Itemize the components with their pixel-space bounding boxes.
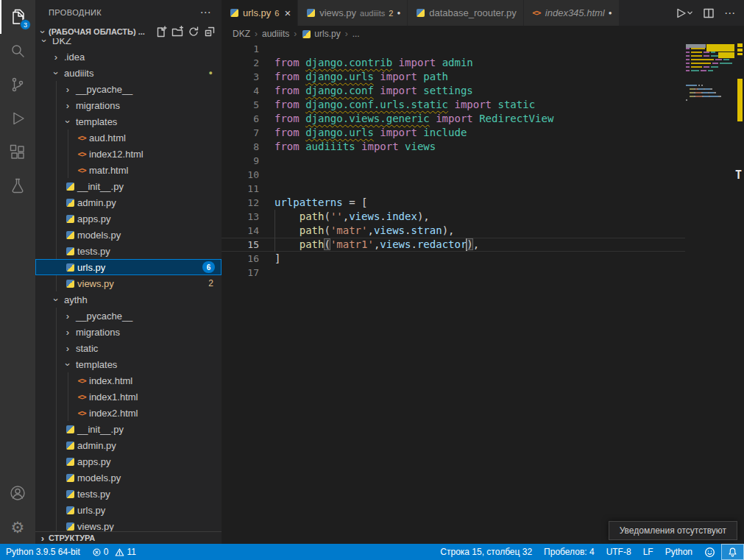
more-actions-button[interactable]: ⋯ — [724, 7, 735, 20]
activity-extensions-button[interactable] — [0, 135, 35, 169]
overview-ruler[interactable] — [735, 42, 744, 544]
tree-file-index.html[interactable]: <>index.html — [35, 372, 222, 389]
code-line-4[interactable]: 4from django.conf import settings — [222, 84, 685, 98]
tree-file-matr.html[interactable]: <>matr.html — [35, 162, 222, 178]
editor[interactable]: 12from django.contrib import admin3from … — [222, 42, 744, 544]
activity-run-debug-button[interactable] — [0, 102, 35, 135]
new-file-icon[interactable] — [155, 26, 167, 38]
tree-folder-static[interactable]: ›static — [35, 340, 222, 356]
code-line-3[interactable]: 3from django.urls import path — [222, 70, 685, 84]
eol-status-item[interactable]: LF — [637, 544, 659, 560]
tree-folder-templates[interactable]: ›templates — [35, 356, 222, 372]
activity-source-control-button[interactable] — [0, 68, 35, 102]
tree-file-views.py[interactable]: views.py2 — [35, 275, 222, 291]
indentation-status-item[interactable]: Пробелов: 4 — [538, 544, 600, 560]
tree-file-tests.py[interactable]: tests.py — [35, 486, 222, 502]
encoding-status-item[interactable]: UTF-8 — [600, 544, 637, 560]
code-line-2[interactable]: 2from django.contrib import admin — [222, 56, 685, 70]
activity-search-button[interactable] — [0, 34, 35, 68]
code-line-14[interactable]: 14 path('matr',views.stran), — [222, 224, 685, 238]
tree-folder-__pycache__[interactable]: ›__pycache__ — [35, 308, 222, 324]
tree-file-apps.py[interactable]: apps.py — [35, 210, 222, 227]
cursor-position-status-item[interactable]: Строка 15, столбец 32 — [434, 544, 538, 560]
breadcrumb-separator-icon: › — [255, 29, 258, 39]
tree-file-aud.html[interactable]: <>aud.html — [35, 130, 222, 146]
activity-testing-button[interactable] — [0, 169, 35, 203]
code-line-8[interactable]: 8from audiiits import views — [222, 140, 685, 154]
explorer-more-actions-icon[interactable]: ⋯ — [200, 6, 211, 19]
dirty-indicator-icon[interactable]: ● — [397, 10, 400, 16]
tree-folder-templates[interactable]: ›templates — [35, 113, 222, 130]
breadcrumb-item-audiiits[interactable]: audiiits — [262, 29, 289, 39]
tree-file-__init__.py[interactable]: __init__.py — [35, 178, 222, 194]
tree-folder-aythh[interactable]: ›aythh — [35, 291, 222, 308]
tree-file-tests.py[interactable]: tests.py — [35, 243, 222, 259]
html-file-icon: <> — [77, 149, 87, 159]
code-line-1[interactable]: 1 — [222, 42, 685, 56]
tree-folder-DKZ[interactable]: ›DKZ — [35, 38, 222, 49]
tree-file-index2.html[interactable]: <>index2.html — [35, 405, 222, 421]
run-python-file-button[interactable] — [675, 7, 693, 19]
status-label: Python — [665, 547, 692, 557]
tab-database_roouter.py[interactable]: database_roouter.py — [408, 0, 523, 26]
problems-status-item[interactable]: 011 — [86, 544, 142, 560]
workspace-section-header[interactable]: › (РАБОЧАЯ ОБЛАСТЬ) ... — [35, 25, 222, 38]
code-line-6[interactable]: 6from django.views.generic import Redire… — [222, 112, 685, 126]
minimap[interactable] — [686, 43, 734, 105]
status-bar-right: Строка 15, столбец 32Пробелов: 4UTF-8LFP… — [434, 544, 744, 560]
tab-views.py[interactable]: views.pyaudiiits2● — [298, 0, 407, 26]
code-line-13[interactable]: 13 path('',views.index), — [222, 210, 685, 224]
code-line-11[interactable]: 11 — [222, 182, 685, 196]
tab-index345.html[interactable]: <>index345.html● — [524, 0, 619, 26]
tree-folder-.idea[interactable]: ›.idea — [35, 49, 222, 65]
tree-folder-audiiits[interactable]: ›audiiits● — [35, 65, 222, 81]
tree-folder-migrations[interactable]: ›migrations — [35, 97, 222, 113]
tree-file-models.py[interactable]: models.py — [35, 227, 222, 243]
split-editor-button[interactable] — [703, 7, 715, 19]
tree-file-admin.py[interactable]: admin.py — [35, 194, 222, 210]
close-icon[interactable]: × — [284, 7, 291, 18]
outline-section-header[interactable]: › СТРУКТУРА — [35, 531, 222, 544]
code-line-17[interactable]: 17 — [222, 266, 685, 280]
breadcrumb-item-...[interactable]: ... — [352, 29, 360, 39]
tree-file-views.py[interactable]: views.py — [35, 518, 222, 531]
notification-toast[interactable]: Уведомления отсутствуют — [609, 521, 737, 540]
tree-file-urls.py[interactable]: urls.py6 — [35, 259, 222, 275]
code-line-7[interactable]: 7from django.urls import include — [222, 126, 685, 140]
breadcrumb-item-DKZ[interactable]: DKZ — [233, 29, 250, 39]
py-file-icon — [65, 458, 75, 466]
tree-file-index12.html[interactable]: <>index12.html — [35, 146, 222, 162]
code-area[interactable]: 12from django.contrib import admin3from … — [222, 42, 685, 544]
chevron-down-icon: › — [39, 38, 50, 46]
tree-file-apps.py[interactable]: apps.py — [35, 453, 222, 469]
tree-file-models.py[interactable]: models.py — [35, 469, 222, 486]
dirty-indicator-icon[interactable]: ● — [609, 10, 612, 16]
code-line-15[interactable]: 15 path('matr1',views.redactor), — [222, 238, 685, 252]
breadcrumb-item-urls.py[interactable]: urls.py — [301, 29, 340, 39]
tree-file-urls.py[interactable]: urls.py — [35, 502, 222, 518]
language-mode-status-item[interactable]: Python — [659, 544, 698, 560]
code-line-16[interactable]: 16] — [222, 252, 685, 266]
activity-explorer-button[interactable]: 3 — [0, 0, 35, 34]
python-interpreter-status-item[interactable]: Python 3.9.5 64-bit — [0, 544, 86, 560]
tree-file-index1.html[interactable]: <>index1.html — [35, 389, 222, 405]
tree-item-label: models.py — [77, 472, 121, 483]
activity-account-button[interactable] — [0, 476, 35, 510]
chevron-down-icon: › — [63, 358, 74, 370]
tree-folder-__pycache__[interactable]: ›__pycache__ — [35, 81, 222, 97]
refresh-icon[interactable] — [188, 26, 199, 38]
line-number: 10 — [222, 168, 259, 182]
code-line-9[interactable]: 9 — [222, 154, 685, 168]
new-folder-icon[interactable] — [171, 26, 183, 38]
activity-settings-button[interactable]: ⚙ — [0, 510, 35, 544]
tab-urls.py[interactable]: urls.py6× — [222, 0, 297, 26]
notifications-status-item[interactable] — [721, 544, 744, 560]
feedback-status-item[interactable] — [698, 544, 721, 560]
code-line-12[interactable]: 12urlpatterns = [ — [222, 196, 685, 210]
code-line-5[interactable]: 5from django.conf.urls.static import sta… — [222, 98, 685, 112]
code-line-10[interactable]: 10 — [222, 168, 685, 182]
tree-file-__init__.py[interactable]: __init__.py — [35, 421, 222, 437]
collapse-all-icon[interactable] — [204, 26, 216, 38]
tree-folder-migrations[interactable]: ›migrations — [35, 324, 222, 340]
tree-file-admin.py[interactable]: admin.py — [35, 437, 222, 453]
